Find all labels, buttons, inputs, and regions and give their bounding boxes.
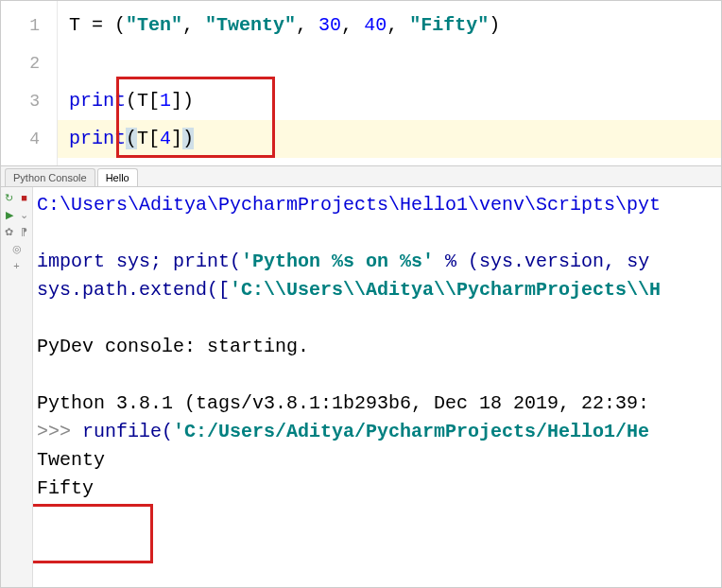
line-number: 4 bbox=[1, 120, 57, 158]
console-pane: ↻ ■ ▶ ⌄ ✿ ⁋ ◎ + C:\Users\Aditya\PycharmP… bbox=[1, 187, 721, 587]
console-text: PyDev console: starting. bbox=[37, 333, 717, 361]
softwrap-icon[interactable]: ⁋ bbox=[18, 225, 31, 238]
console-output-line: Fifty bbox=[37, 475, 717, 503]
code-line[interactable]: print(T[1]) bbox=[58, 82, 721, 120]
code-line[interactable]: print(T[4]) bbox=[58, 120, 721, 158]
line-number: 3 bbox=[1, 82, 57, 120]
scroll-icon[interactable]: ◎ bbox=[10, 242, 24, 255]
console-text: Python 3.8.1 (tags/v3.8.1:1b293b6, Dec 1… bbox=[37, 389, 717, 418]
code-line[interactable] bbox=[58, 44, 721, 82]
line-gutter: 1 2 3 4 bbox=[1, 1, 58, 165]
settings-icon[interactable]: ✿ bbox=[3, 225, 16, 238]
line-number: 1 bbox=[1, 7, 57, 44]
tab-python-console[interactable]: Python Console bbox=[5, 168, 95, 186]
tool-window-tabs: Python Console Hello bbox=[1, 166, 721, 187]
console-path: C:\Users\Aditya\PycharmProjects\Hello1\v… bbox=[37, 194, 661, 216]
add-icon[interactable]: + bbox=[10, 259, 24, 272]
editor-pane: 1 2 3 4 T = ("Ten", "Twenty", 30, 40, "F… bbox=[1, 1, 721, 166]
console-output-line: Twenty bbox=[37, 446, 717, 475]
console-toolbar: ↻ ■ ▶ ⌄ ✿ ⁋ ◎ + bbox=[1, 187, 33, 587]
console-prompt: >>> bbox=[37, 421, 82, 442]
stop-icon[interactable]: ■ bbox=[18, 191, 31, 204]
rerun-icon[interactable]: ↻ bbox=[3, 191, 16, 204]
debug-icon[interactable]: ⌄ bbox=[18, 208, 31, 221]
tab-hello[interactable]: Hello bbox=[97, 168, 138, 186]
line-number: 2 bbox=[1, 44, 57, 82]
code-area[interactable]: T = ("Ten", "Twenty", 30, 40, "Fifty") p… bbox=[58, 1, 721, 165]
annotation-box bbox=[33, 504, 153, 563]
run-icon[interactable]: ▶ bbox=[3, 208, 16, 221]
console-output[interactable]: C:\Users\Aditya\PycharmProjects\Hello1\v… bbox=[33, 187, 721, 587]
code-line[interactable]: T = ("Ten", "Twenty", 30, 40, "Fifty") bbox=[58, 7, 721, 44]
